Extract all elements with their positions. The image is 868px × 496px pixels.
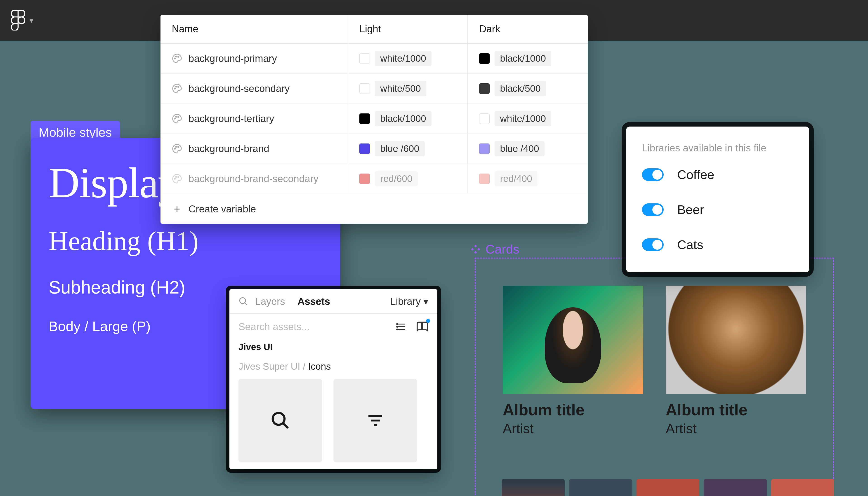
search-assets-input[interactable]: Search assets... xyxy=(238,321,310,332)
variable-light-cell[interactable]: black/1000 xyxy=(348,104,468,134)
variable-row[interactable]: background-brandblue /600blue /400 xyxy=(160,134,588,164)
color-variable-icon xyxy=(172,83,182,94)
create-variable-button[interactable]: + Create variable xyxy=(160,193,588,224)
figma-logo-menu[interactable]: ▾ xyxy=(11,10,33,31)
color-variable-icon xyxy=(172,53,182,64)
svg-point-8 xyxy=(176,116,177,117)
variable-name: background-tertiary xyxy=(188,113,274,124)
color-swatch xyxy=(479,173,490,184)
plus-icon: + xyxy=(172,203,182,215)
column-header-name[interactable]: Name xyxy=(160,15,348,43)
variable-row[interactable]: background-secondarywhite/500black/500 xyxy=(160,74,588,104)
variable-row[interactable]: background-brand-secondaryred/600red/400 xyxy=(160,164,588,193)
svg-point-2 xyxy=(176,56,177,57)
variable-name: background-brand-secondary xyxy=(188,173,319,184)
variable-name-cell[interactable]: background-tertiary xyxy=(160,104,348,134)
tab-assets[interactable]: Assets xyxy=(297,296,330,307)
variable-dark-cell[interactable]: blue /400 xyxy=(468,134,588,164)
libraries-title: Libraries available in this file xyxy=(642,142,793,154)
color-swatch xyxy=(479,53,490,64)
variable-dark-cell[interactable]: red/400 xyxy=(468,164,588,193)
variable-light-cell[interactable]: blue /600 xyxy=(348,134,468,164)
asset-tile-filter[interactable] xyxy=(334,379,417,462)
color-swatch xyxy=(479,113,490,124)
card-image xyxy=(666,285,806,394)
variable-name-cell[interactable]: background-brand xyxy=(160,134,348,164)
variable-name-cell[interactable]: background-primary xyxy=(160,44,348,74)
svg-point-11 xyxy=(176,146,177,147)
variable-value-tag: blue /600 xyxy=(375,141,425,156)
variable-light-cell[interactable]: white/1000 xyxy=(348,44,468,74)
variable-value-tag: white/1000 xyxy=(495,111,551,126)
svg-point-1 xyxy=(174,58,175,59)
team-library-icon[interactable] xyxy=(416,321,428,333)
color-swatch xyxy=(359,113,370,124)
notification-dot-icon xyxy=(426,319,430,323)
library-dropdown[interactable]: Library ▾ xyxy=(390,296,429,307)
variable-value-tag: red/600 xyxy=(375,171,418,186)
color-swatch xyxy=(359,83,370,94)
svg-point-5 xyxy=(176,86,177,87)
svg-point-21 xyxy=(397,324,398,325)
svg-point-13 xyxy=(174,178,175,180)
libraries-panel[interactable]: Libraries available in this file CoffeeB… xyxy=(626,126,809,272)
list-view-icon[interactable] xyxy=(396,321,407,332)
assets-section-label[interactable]: Jives UI xyxy=(238,342,428,352)
card-image xyxy=(503,285,643,394)
variable-dark-cell[interactable]: black/500 xyxy=(468,74,588,104)
variable-name-cell[interactable]: background-brand-secondary xyxy=(160,164,348,193)
color-swatch xyxy=(359,143,370,154)
library-toggle[interactable] xyxy=(642,168,664,181)
svg-point-12 xyxy=(178,146,179,148)
variable-light-cell[interactable]: white/500 xyxy=(348,74,468,104)
variable-row[interactable]: background-tertiaryblack/1000white/1000 xyxy=(160,104,588,134)
assets-panel[interactable]: Layers Assets Library ▾ Search assets... xyxy=(229,289,437,469)
search-icon xyxy=(270,410,291,431)
color-swatch xyxy=(479,143,490,154)
breadcrumb-parent: Jives Super UI / xyxy=(238,361,308,372)
variable-light-cell[interactable]: red/600 xyxy=(348,164,468,193)
component-label-cards[interactable]: Cards xyxy=(470,242,519,257)
library-toggle[interactable] xyxy=(642,238,664,251)
variable-dark-cell[interactable]: black/1000 xyxy=(468,44,588,74)
variable-dark-cell[interactable]: white/1000 xyxy=(468,104,588,134)
library-toggle[interactable] xyxy=(642,203,664,216)
search-icon[interactable] xyxy=(238,296,248,306)
svg-point-3 xyxy=(178,56,179,57)
asset-tile-search[interactable] xyxy=(238,379,322,462)
variable-row[interactable]: background-primarywhite/1000black/1000 xyxy=(160,44,588,74)
card-instance[interactable]: Album title Artist xyxy=(503,285,643,496)
color-swatch xyxy=(359,53,370,64)
assets-breadcrumb[interactable]: Jives Super UI / Icons xyxy=(238,361,428,372)
color-variable-icon xyxy=(172,143,182,154)
canvas[interactable]: Mobile styles Display Heading (H1) Subhe… xyxy=(0,41,868,496)
chevron-down-icon: ▾ xyxy=(29,16,33,25)
component-icon xyxy=(470,244,481,255)
color-variable-icon xyxy=(172,173,182,184)
chevron-down-icon: ▾ xyxy=(423,296,428,307)
column-header-light[interactable]: Light xyxy=(348,15,468,43)
library-name: Beer xyxy=(677,202,704,217)
svg-point-7 xyxy=(174,118,175,119)
variable-name-cell[interactable]: background-secondary xyxy=(160,74,348,104)
tab-layers[interactable]: Layers xyxy=(255,296,285,307)
variable-name: background-secondary xyxy=(188,83,290,94)
library-dropdown-label: Library xyxy=(390,296,421,307)
card-instance[interactable]: Album title Artist xyxy=(666,285,806,496)
card-title: Album title xyxy=(503,401,643,419)
card-artist: Artist xyxy=(666,421,806,436)
column-header-dark[interactable]: Dark xyxy=(468,15,588,43)
variable-value-tag: red/400 xyxy=(495,171,538,186)
svg-line-17 xyxy=(245,303,247,305)
variables-panel[interactable]: Name Light Dark background-primarywhite/… xyxy=(160,15,588,224)
svg-point-0 xyxy=(18,17,25,24)
text-heading-h1: Heading (H1) xyxy=(49,226,322,257)
component-frame-cards[interactable]: Album title Artist Album title Artist xyxy=(475,258,834,496)
svg-point-14 xyxy=(176,176,177,177)
create-variable-label: Create variable xyxy=(188,203,256,215)
card-artist: Artist xyxy=(503,421,643,436)
variable-value-tag: black/500 xyxy=(495,81,546,96)
library-name: Cats xyxy=(677,237,703,252)
card-image-row xyxy=(502,479,834,496)
library-item: Coffee xyxy=(642,167,793,182)
